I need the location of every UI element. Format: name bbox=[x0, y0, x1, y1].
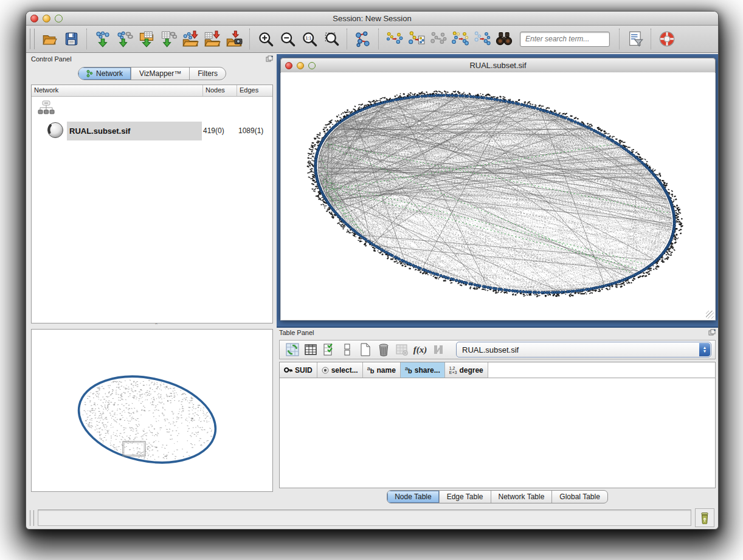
table-toolbar: f(x) RUAL.subset.sif ▲▼ bbox=[279, 340, 716, 359]
clone-network-button[interactable] bbox=[406, 27, 427, 50]
open-session-button[interactable] bbox=[38, 27, 60, 50]
zoom-out-icon bbox=[280, 31, 296, 47]
delete-column-button[interactable] bbox=[375, 341, 393, 358]
histogram-icon bbox=[432, 344, 444, 356]
network-view-window[interactable]: RUAL.subset.sif bbox=[280, 58, 716, 320]
network-row-name[interactable]: RUAL.subset.sif bbox=[67, 122, 202, 140]
new-network-selected-nodes-button[interactable] bbox=[449, 27, 471, 50]
zoom-out-button[interactable] bbox=[277, 27, 299, 50]
zoom-selected-button[interactable] bbox=[320, 27, 342, 50]
column-selected[interactable]: select... bbox=[317, 362, 363, 378]
column-degree[interactable]: 1,2E+3 degree bbox=[445, 362, 488, 378]
combo-stepper-icon: ▲▼ bbox=[699, 343, 710, 356]
float-panel-icon[interactable] bbox=[266, 55, 273, 63]
status-grip[interactable] bbox=[30, 510, 34, 526]
table-selector[interactable]: RUAL.subset.sif ▲▼ bbox=[456, 342, 711, 358]
tab-network[interactable]: Network bbox=[78, 67, 131, 80]
title-bar[interactable]: Session: New Session bbox=[26, 12, 718, 26]
zoom-fit-icon: 1:1 bbox=[302, 31, 318, 47]
column-selected-label: select... bbox=[331, 366, 358, 375]
application-window: Session: New Session 1:1 bbox=[26, 11, 719, 530]
attribute-table-header: SUID select... ab name ab share... bbox=[280, 362, 715, 378]
search-input[interactable] bbox=[520, 32, 610, 47]
function-builder-button[interactable]: f(x) bbox=[411, 341, 429, 358]
import-table-url-button[interactable] bbox=[157, 27, 179, 50]
toolbar-separator bbox=[619, 29, 620, 49]
new-document-icon bbox=[359, 343, 372, 356]
network-window-titlebar[interactable]: RUAL.subset.sif bbox=[280, 58, 716, 73]
tab-filters[interactable]: Filters bbox=[190, 67, 226, 80]
main-toolbar: 1:1 bbox=[26, 26, 718, 53]
column-edges[interactable]: Edges bbox=[237, 85, 272, 96]
table-panel: Table Panel f(x) RUAL.subset.sif ▲▼ bbox=[277, 328, 718, 505]
resize-grip[interactable] bbox=[706, 311, 714, 319]
export-table-icon bbox=[204, 30, 221, 47]
refresh-table-button[interactable] bbox=[283, 341, 302, 358]
birdseye-network-canvas[interactable] bbox=[32, 330, 272, 490]
new-column-button[interactable] bbox=[356, 341, 375, 358]
column-shared-name[interactable]: ab share... bbox=[401, 362, 445, 378]
new-network-all-nodes-button[interactable] bbox=[471, 27, 493, 50]
refresh-table-icon bbox=[285, 342, 300, 357]
tab-global-table[interactable]: Global Table bbox=[552, 491, 607, 503]
zoom-fit-button[interactable]: 1:1 bbox=[299, 27, 320, 50]
float-table-panel-icon[interactable] bbox=[708, 329, 716, 337]
import-table-file-button[interactable] bbox=[136, 27, 157, 50]
toolbar-separator bbox=[249, 29, 251, 49]
network-canvas[interactable] bbox=[281, 72, 715, 320]
help-icon bbox=[658, 30, 676, 47]
tab-network-table[interactable]: Network Table bbox=[491, 491, 553, 503]
import-network-url-button[interactable] bbox=[114, 27, 136, 50]
export-network-button[interactable] bbox=[179, 27, 201, 50]
column-nodes[interactable]: Nodes bbox=[203, 85, 237, 96]
tree-collapse-toggle[interactable] bbox=[38, 100, 272, 119]
advanced-filter-button[interactable] bbox=[624, 27, 646, 50]
zoom-in-button[interactable] bbox=[255, 27, 277, 50]
window-title: Session: New Session bbox=[26, 14, 718, 23]
open-folder-icon bbox=[41, 31, 57, 47]
save-icon bbox=[63, 31, 79, 47]
search-button[interactable] bbox=[493, 27, 515, 50]
toolbar-grip[interactable] bbox=[30, 29, 35, 49]
export-image-icon bbox=[226, 30, 243, 47]
tab-network-label: Network bbox=[96, 69, 123, 78]
zoom-in-icon bbox=[258, 31, 274, 47]
delete-table-button[interactable] bbox=[393, 341, 411, 358]
export-image-button[interactable] bbox=[223, 27, 245, 50]
help-button[interactable] bbox=[656, 27, 678, 50]
memory-gc-button[interactable] bbox=[695, 508, 714, 527]
column-network[interactable]: Network bbox=[32, 85, 203, 96]
toolbar-separator bbox=[378, 29, 379, 49]
deselect-rows-button[interactable] bbox=[338, 341, 356, 358]
apply-layout-button[interactable] bbox=[352, 27, 374, 50]
control-panel-tabs: Network VizMapper™ Filters bbox=[29, 65, 275, 82]
table-tabs: Node Table Edge Table Network Table Glob… bbox=[277, 489, 718, 504]
network-graph[interactable] bbox=[281, 72, 715, 320]
status-bar bbox=[26, 506, 718, 529]
import-network-file-button[interactable] bbox=[92, 27, 114, 50]
histogram-button[interactable] bbox=[429, 341, 448, 358]
network-row[interactable]: RUAL.subset.sif 419(0) 1089(1) bbox=[32, 120, 272, 142]
column-suid[interactable]: SUID bbox=[280, 362, 317, 378]
tab-filters-label: Filters bbox=[198, 69, 218, 78]
splitter-handle[interactable]: ⌃ bbox=[152, 324, 161, 328]
save-session-button[interactable] bbox=[60, 27, 82, 50]
apply-layout-icon bbox=[354, 30, 372, 48]
column-name[interactable]: ab name bbox=[363, 362, 401, 378]
birdseye-view[interactable] bbox=[31, 329, 273, 492]
header-filler bbox=[488, 362, 715, 378]
tab-edge-table[interactable]: Edge Table bbox=[440, 491, 491, 503]
export-table-button[interactable] bbox=[201, 27, 223, 50]
network-row-nodes: 419(0) bbox=[202, 126, 237, 135]
tab-vizmapper[interactable]: VizMapper™ bbox=[131, 67, 190, 80]
select-all-rows-button[interactable] bbox=[320, 341, 338, 358]
table-panel-title: Table Panel bbox=[279, 329, 314, 336]
control-panel: Control Panel Network VizMapper™ Filters… bbox=[29, 54, 275, 505]
import-table-file-icon bbox=[138, 30, 155, 47]
toolbar-separator bbox=[347, 29, 348, 49]
tab-node-table[interactable]: Node Table bbox=[387, 491, 440, 503]
select-columns-button[interactable] bbox=[302, 341, 320, 358]
new-network-from-selection-button[interactable] bbox=[384, 27, 406, 50]
destroy-network-button[interactable] bbox=[427, 27, 449, 50]
fx-icon: f(x) bbox=[413, 345, 427, 355]
